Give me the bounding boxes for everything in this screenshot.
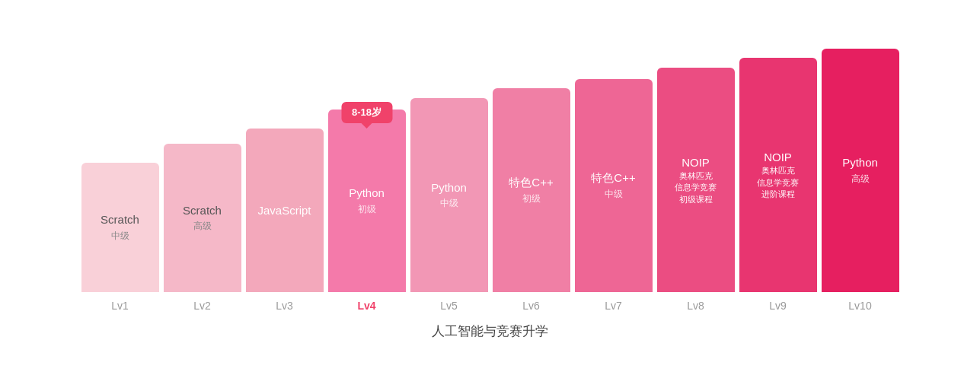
bar-title: Python (842, 155, 878, 170)
bar-title: JavaScript (257, 203, 311, 218)
bar: NOIP奥林匹克信息学竞赛初级课程 (657, 68, 735, 292)
bar: Python高级 (822, 49, 899, 292)
bar-item: Python中级 (410, 98, 488, 292)
bar: Scratch中级 (81, 163, 159, 292)
bar-title-line: 信息学竞赛 (757, 177, 799, 189)
bar-item: NOIP奥林匹克信息学竞赛进阶课程 (739, 58, 817, 292)
chart-container: Scratch中级Scratch高级JavaScript8-18岁Python初… (41, 41, 940, 340)
bar-title-line: 初级课程 (679, 194, 713, 205)
bar-title: Python (349, 186, 385, 201)
bar-item: JavaScript (246, 129, 324, 292)
bar-item: 特色C++中级 (575, 79, 653, 292)
bar-title: 特色C++ (509, 175, 553, 190)
bar: NOIP奥林匹克信息学竞赛进阶课程 (739, 58, 817, 292)
bar-title: 特色C++ (591, 170, 635, 186)
bar-level-label: Lv9 (739, 300, 817, 312)
bar-level-label: Lv8 (657, 300, 735, 312)
bar-subtitle: 初级 (522, 193, 541, 205)
bar-item: NOIP奥林匹克信息学竞赛初级课程 (657, 68, 735, 292)
bar-item: Scratch高级 (164, 144, 241, 292)
bar-level-label: Lv7 (575, 300, 653, 312)
bar-subtitle: 高级 (851, 173, 870, 186)
bar-item: Python高级 (822, 49, 899, 292)
bars-row: Scratch中级Scratch高级JavaScript8-18岁Python初… (81, 41, 899, 292)
bar-subtitle: 初级 (358, 204, 376, 216)
bar-level-label: Lv5 (410, 300, 488, 312)
bar-level-label: Lv6 (493, 300, 570, 312)
bar: JavaScript (246, 129, 324, 292)
bar: Python中级 (410, 98, 488, 292)
bar-title-line: 奥林匹克 (761, 165, 795, 176)
bar-title: Scratch (101, 212, 139, 227)
bar-item: 特色C++初级 (493, 88, 570, 292)
bar-title-line: 奥林匹克 (679, 170, 713, 182)
bar-title-line: NOIP (682, 154, 710, 170)
bar-title: Python (431, 180, 467, 195)
bar-item: Scratch中级 (81, 163, 159, 292)
bar-title: Scratch (183, 203, 222, 218)
bar: 8-18岁Python初级 (328, 110, 406, 292)
bar: 特色C++初级 (493, 88, 570, 292)
bar-title-line: 进阶课程 (761, 189, 795, 200)
bar-level-label: Lv2 (164, 300, 241, 312)
bar: 特色C++中级 (575, 79, 653, 292)
bar-subtitle: 中级 (605, 189, 623, 201)
labels-row: Lv1Lv2Lv3Lv4Lv5Lv6Lv7Lv8Lv9Lv10 (81, 300, 899, 312)
bar: Scratch高级 (164, 144, 241, 292)
bar-subtitle: 中级 (440, 198, 458, 210)
bar-item: 8-18岁Python初级 (328, 110, 406, 292)
bar-level-label: Lv10 (822, 300, 899, 312)
bar-level-label: Lv3 (246, 300, 324, 312)
bar-title-line: NOIP (764, 149, 792, 165)
bar-level-label: Lv4 (328, 300, 406, 312)
bar-subtitle: 中级 (111, 230, 129, 243)
bar-subtitle: 高级 (193, 221, 212, 233)
bar-level-label: Lv1 (81, 300, 159, 312)
page-title: 人工智能与竞赛升学 (432, 322, 548, 340)
bar-title-line: 信息学竞赛 (675, 182, 717, 193)
age-tooltip: 8-18岁 (341, 102, 392, 123)
